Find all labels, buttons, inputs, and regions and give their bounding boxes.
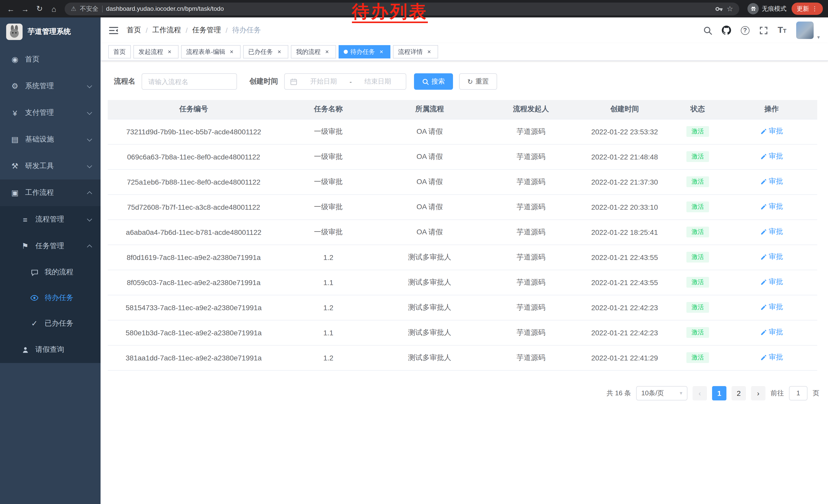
avatar[interactable] (796, 21, 814, 39)
breadcrumb-workflow[interactable]: 工作流程 (152, 26, 181, 35)
cell-created: 2022-01-22 21:37:30 (580, 169, 669, 194)
sidebar-item-leave-query[interactable]: 请假查询 (0, 336, 100, 363)
approve-label: 审批 (769, 303, 783, 312)
approve-label: 审批 (769, 227, 783, 237)
cell-created: 2022-01-21 22:41:29 (580, 345, 669, 370)
sidebar-item-task-mgmt[interactable]: ⚑ 任务管理 (0, 233, 100, 260)
sidebar-item-label: 系统管理 (25, 82, 82, 91)
edit-icon (760, 203, 767, 210)
sidebar-item-done-task[interactable]: ✓ 已办任务 (0, 311, 100, 336)
tab-form-edit[interactable]: 流程表单-编辑 × (181, 45, 241, 58)
date-range-input[interactable]: 开始日期 - 结束日期 (284, 73, 406, 90)
security-label[interactable]: 不安全 (80, 4, 98, 13)
tab-label: 发起流程 (138, 47, 163, 56)
breadcrumb-home[interactable]: 首页 (127, 26, 141, 35)
approve-button[interactable]: 审批 (760, 177, 783, 186)
back-icon[interactable]: ← (4, 2, 17, 15)
approve-button[interactable]: 审批 (760, 328, 783, 337)
chevron-down-icon (87, 216, 92, 221)
font-size-icon[interactable]: TT (778, 25, 786, 35)
approve-button[interactable]: 审批 (760, 227, 783, 237)
page-2-button[interactable]: 2 (732, 386, 746, 400)
cell-status: 激活 (669, 169, 726, 194)
cell-task-id: 580e1b3d-7ac8-11ec-a9e2-a2380e71991a (108, 320, 280, 345)
sidebar-item-label: 工作流程 (25, 188, 82, 197)
tab-label: 首页 (113, 47, 126, 56)
search-icon[interactable] (703, 26, 712, 35)
sidebar-item-workflow[interactable]: ▣ 工作流程 (0, 179, 100, 206)
cell-created: 2022-01-21 22:42:23 (580, 320, 669, 345)
close-icon[interactable]: × (425, 48, 433, 56)
breadcrumb-task-mgmt[interactable]: 任务管理 (192, 26, 221, 35)
table-row: 58154733-7ac8-11ec-a9e2-a2380e71991a 1.2… (108, 295, 817, 320)
close-icon[interactable]: × (276, 48, 283, 56)
close-icon[interactable]: × (323, 48, 331, 56)
breadcrumb-separator: / (226, 26, 228, 34)
fullscreen-icon[interactable] (759, 26, 768, 35)
cell-task-id: 069c6a63-7b8a-11ec-8ef0-acde48001122 (108, 144, 280, 169)
breadcrumb-separator: / (186, 26, 188, 34)
cell-task-id: 725a1eb6-7b88-11ec-8ef0-acde48001122 (108, 169, 280, 194)
github-icon[interactable] (722, 26, 731, 35)
approve-button[interactable]: 审批 (760, 253, 783, 262)
tab-todo-task[interactable]: 待办任务 × (339, 45, 390, 58)
tab-process-detail[interactable]: 流程详情 × (393, 45, 438, 58)
tab-start-process[interactable]: 发起流程 × (133, 45, 178, 58)
sidebar-collapse-icon[interactable] (109, 26, 119, 35)
edit-icon (760, 279, 767, 286)
page-1-button[interactable]: 1 (712, 386, 727, 400)
sidebar-item-payment[interactable]: ¥ 支付管理 (0, 99, 100, 126)
col-process: 所属流程 (377, 100, 482, 119)
table-header-row: 任务编号 任务名称 所属流程 流程发起人 创建时间 状态 操作 (108, 100, 817, 119)
app-logo: 芋道管理系统 (0, 17, 100, 46)
sidebar-item-system[interactable]: ⚙ 系统管理 (0, 73, 100, 99)
tab-label: 待办任务 (350, 47, 375, 56)
cell-status: 激活 (669, 320, 726, 345)
tab-home[interactable]: 首页 (108, 45, 131, 58)
close-icon[interactable]: × (378, 48, 385, 56)
sidebar-item-infrastructure[interactable]: ▤ 基础设施 (0, 126, 100, 153)
sidebar-item-todo-task[interactable]: 待办任务 (0, 285, 100, 311)
search-button[interactable]: 搜索 (414, 73, 453, 90)
search-icon (422, 78, 429, 85)
bookmark-star-icon[interactable]: ☆ (727, 5, 733, 13)
chevron-up-icon (87, 191, 92, 196)
edit-icon (760, 329, 767, 336)
reset-button[interactable]: ↻ 重置 (459, 73, 497, 90)
home-icon[interactable]: ⌂ (47, 2, 60, 15)
approve-button[interactable]: 审批 (760, 303, 783, 312)
approve-button[interactable]: 审批 (760, 127, 783, 136)
sidebar-item-my-process[interactable]: 我的流程 (0, 260, 100, 285)
reload-icon[interactable]: ↻ (33, 2, 46, 15)
sidebar-item-home[interactable]: ◉ 首页 (0, 46, 100, 73)
sidebar-item-process-mgmt[interactable]: ≡ 流程管理 (0, 206, 100, 233)
next-page-button[interactable]: › (751, 386, 765, 400)
approve-button[interactable]: 审批 (760, 278, 783, 287)
process-name-label: 流程名 (114, 77, 135, 86)
close-icon[interactable]: × (166, 48, 173, 56)
process-name-input[interactable] (141, 73, 237, 90)
update-button[interactable]: 更新 ⋮ (792, 3, 823, 15)
approve-button[interactable]: 审批 (760, 202, 783, 212)
approve-button[interactable]: 审批 (760, 353, 783, 362)
approve-label: 审批 (769, 127, 783, 136)
help-icon[interactable]: ? (741, 26, 749, 35)
goto-page-input[interactable] (789, 386, 808, 400)
approve-label: 审批 (769, 202, 783, 212)
close-icon[interactable]: × (228, 48, 236, 56)
cell-created: 2022-01-21 22:42:23 (580, 295, 669, 320)
col-actions: 操作 (726, 100, 817, 119)
approve-button[interactable]: 审批 (760, 152, 783, 161)
col-status: 状态 (669, 100, 726, 119)
tab-my-process[interactable]: 我的流程 × (291, 45, 336, 58)
prev-page-button[interactable]: ‹ (693, 386, 707, 400)
cell-task-id: 58154733-7ac8-11ec-a9e2-a2380e71991a (108, 295, 280, 320)
page-size-select[interactable]: 10条/页 ▾ (636, 386, 688, 400)
forward-icon[interactable]: → (18, 2, 32, 15)
breadcrumb: 首页 / 工作流程 / 任务管理 / 待办任务 (127, 26, 261, 35)
briefcase-icon: ▣ (10, 188, 19, 197)
tab-done-task[interactable]: 已办任务 × (243, 45, 288, 58)
chevron-up-icon (87, 244, 92, 249)
key-icon[interactable] (715, 5, 723, 12)
sidebar-item-devtools[interactable]: ⚒ 研发工具 (0, 153, 100, 179)
